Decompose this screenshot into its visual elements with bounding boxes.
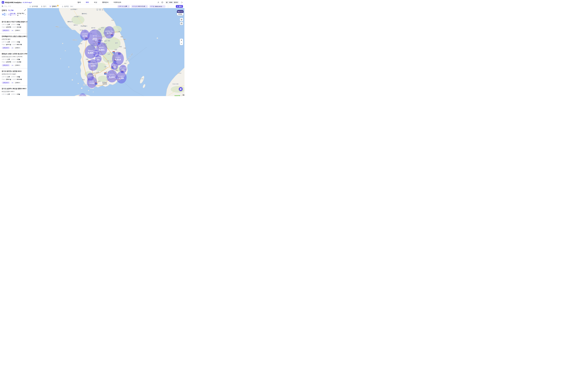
meta-label: 건축구분	[2, 59, 7, 60]
permit-type-badge: 건축인허가	[2, 47, 10, 49]
bubble-count: 2만	[92, 37, 97, 41]
permit-type-badge: 건축인허가	[2, 64, 10, 66]
listing-title: 경기도 용인시 처인구 모현읍 동림리 147	[2, 21, 26, 23]
tab-임차인[interactable]: 임차인Beta	[62, 5, 73, 7]
bubble-count: 5,776	[107, 32, 112, 35]
nav-item-4[interactable]: 통계분석	[102, 1, 108, 3]
divider	[168, 2, 168, 3]
bubble-region-name: 강원특별자치도	[105, 30, 114, 32]
bubble-region-name: 대전광역시	[96, 57, 101, 59]
meta-value: 문화시설	[6, 79, 11, 80]
region-bubble-대구광역시[interactable]: 대구광역시999	[111, 62, 118, 70]
nav-item-1[interactable]: 탐색	[78, 1, 81, 3]
logo-icon: RA	[2, 1, 4, 4]
filter-button[interactable]: 필터	[176, 5, 183, 8]
search-bar[interactable]	[0, 5, 27, 8]
scale-label: 30km	[181, 94, 184, 96]
preferences-pill[interactable]: 평 KRW 한국어	[165, 1, 179, 4]
chip-value: 2022-10-31~	[155, 6, 163, 7]
region-bubble-부산광역시[interactable]: 부산광역시1,209	[116, 72, 127, 83]
user-icon[interactable]	[157, 1, 160, 4]
listing-card-2[interactable]: 전북특별자치도 순창군 순창읍 순화리 390순창군청 별관 건축구분신축 건축…	[0, 34, 27, 51]
chips-scroll-next-button[interactable]: ›	[167, 5, 169, 8]
region-bubble-전라남도[interactable]: 전라남도5,114	[87, 76, 97, 88]
more-menu-icon[interactable]	[161, 1, 163, 4]
sort-dropdown[interactable]: 허가일 최신순	[17, 13, 26, 16]
meta-label: 건축허가	[11, 59, 16, 60]
region-bubble-강원특별자치도[interactable]: 강원특별자치도5,776	[104, 26, 114, 38]
meta-label: 건축구분	[2, 76, 7, 77]
close-icon[interactable]: ✕	[128, 6, 129, 7]
bubble-region-name: 경상남도	[109, 74, 114, 76]
tab-등기[interactable]: 등기	[41, 5, 46, 7]
meta-label: 건축구분	[2, 24, 7, 25]
nav-item-3[interactable]: 비교	[94, 1, 97, 3]
result-subheader: 안내 인허가 통계 허가일 최신순	[0, 11, 27, 18]
listing-subtitle: 생연동 824-8 외 11필지	[2, 73, 26, 75]
stage-label: 건축허가	[15, 82, 20, 83]
close-icon[interactable]: ✕	[163, 6, 165, 7]
bubble-region-name: 전라남도	[89, 80, 94, 82]
listing-card-1[interactable]: 경기도 용인시 처인구 모현읍 동림리 147 건축구분신축 건축허가1개월 주…	[0, 19, 27, 34]
logout-icon[interactable]	[181, 1, 183, 4]
filter-chip-2[interactable]: 허가단계허가 외 1개✕	[131, 5, 148, 8]
meta-label: 주용도	[2, 61, 6, 63]
permit-stats-badge[interactable]: 인허가 통계	[8, 13, 17, 16]
style-cadastral-button[interactable]: 지적도	[177, 13, 184, 16]
style-normal-button[interactable]: 일반지도	[177, 10, 184, 13]
bubble-region-name: 대구광역시	[112, 64, 117, 66]
map-canvas[interactable]: 남포특별시강원도황해북도사리원시황해남도해주시개성특별시동두천연안읍속초춘천가평…	[27, 8, 184, 96]
scrollbar[interactable]	[27, 20, 27, 95]
bubble-count: 2,711	[83, 35, 87, 37]
listing-subtitle: 오천면 원산도리 1784-1 단독주택	[2, 56, 26, 58]
circle-select-icon	[181, 19, 182, 20]
region-bubble-경상남도[interactable]: 경상남도5,201	[106, 70, 117, 83]
meta-label: 건축구분	[2, 41, 7, 43]
listing-card-3[interactable]: 충청남도 보령시 오천면 원산도리 1784-1오천면 원산도리 1784-1 …	[0, 51, 27, 69]
bubble-count: 1,209	[119, 77, 124, 80]
chip-value: 허가 외 1개	[138, 6, 145, 7]
language-pref: 한국어	[174, 1, 178, 3]
active-filter-chips: 건축구분신축✕허가단계허가 외 1개✕허가일2022-10-31~✕›	[117, 5, 172, 8]
listing-title: 경기도 동두천시 생연동 824-8	[2, 70, 26, 72]
result-title: 인허가	[2, 9, 7, 11]
tools-icon	[49, 6, 51, 7]
progress-dots	[12, 65, 15, 66]
meta-value: 단독주택	[6, 61, 11, 63]
stats-badge-label: 인허가 통계	[10, 13, 16, 16]
filter-chip-1[interactable]: 건축구분신축✕	[117, 5, 130, 8]
listing-card-5[interactable]: 경기도 남양주시 화도읍 창현리 668-3화도읍 창현리 668-3 건축구분…	[0, 86, 27, 96]
nav-item-2[interactable]: 테마	[86, 1, 89, 3]
bubble-region-name: 인천광역시	[82, 33, 88, 35]
bubble-region-name: 전북특별자치도	[89, 63, 97, 65]
circle-select-button[interactable]	[180, 18, 183, 21]
rectangle-select-button[interactable]	[180, 22, 183, 25]
zoom-in-button[interactable]: +	[180, 39, 183, 42]
document-icon	[41, 6, 43, 7]
header-right: 평 KRW 한국어	[157, 0, 183, 5]
help-button[interactable]: ?	[179, 87, 183, 91]
region-bubble-전북특별자치도[interactable]: 전북특별자치도3,474	[88, 59, 98, 71]
zoom-out-button[interactable]: −	[180, 42, 183, 45]
bubble-count: 553	[97, 59, 100, 61]
nav-item-5[interactable]: 마켓리포트	[114, 1, 121, 3]
permit-type-badge: 건축인허가	[2, 29, 10, 32]
bubble-region-name: 제주특별자치도	[79, 94, 87, 96]
meta-label: 주용도	[2, 79, 6, 80]
brand-logo[interactable]: RA RSQUARE Analytics v1.16.0-stg.3	[2, 0, 32, 5]
tab-인허가[interactable]: 인허가N	[49, 5, 59, 7]
close-icon[interactable]: ✕	[146, 6, 147, 7]
scrollbar-thumb[interactable]	[27, 21, 27, 38]
guide-badge[interactable]: 안내	[2, 13, 7, 16]
bubble-count: 5,201	[109, 76, 115, 79]
meta-label: 건축허가	[11, 41, 16, 43]
expand-panel-icon[interactable]	[24, 9, 26, 11]
meta-value: 업무시설	[6, 44, 11, 45]
search-input[interactable]	[4, 5, 23, 7]
listing-title: 경기도 남양주시 화도읍 창현리 668-3	[2, 88, 26, 90]
listing-card-4[interactable]: 경기도 동두천시 생연동 824-8생연동 824-8 외 11필지 건축구분신…	[0, 69, 27, 86]
listing-list[interactable]: 경기도 용인시 처인구 모현읍 동림리 147 건축구분신축 건축허가1개월 주…	[0, 19, 27, 96]
meta-label: 연면적	[12, 26, 16, 28]
filter-chip-3[interactable]: 허가일2022-10-31~✕	[149, 5, 166, 8]
tab-임대매물[interactable]: 임대매물	[29, 5, 38, 7]
